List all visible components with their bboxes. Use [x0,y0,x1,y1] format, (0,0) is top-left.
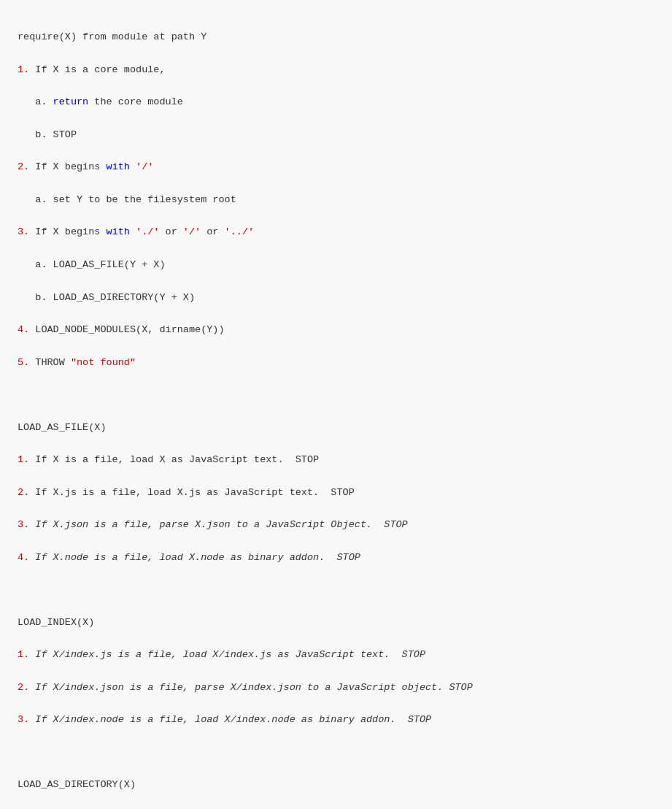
laf-4: 4. If X.node is a file, load X.node as b… [18,550,654,566]
line-3b: b. LOAD_AS_DIRECTORY(Y + X) [18,290,654,306]
section-load-as-file: LOAD_AS_FILE(X) [18,420,654,436]
laf-3: 3. If X.json is a file, parse X.json to … [18,517,654,533]
line-3: 3. If X begins with './' or '/' or '../' [18,224,654,240]
line-header: require(X) from module at path Y [18,29,654,45]
code-content: require(X) from module at path Y 1. If X… [18,13,654,809]
li-3: 3. If X/index.node is a file, load X/ind… [18,712,654,728]
line-2: 2. If X begins with '/' [18,159,654,175]
laf-1: 1. If X is a file, load X as JavaScript … [18,452,654,468]
line-2a: a. set Y to be the filesystem root [18,192,654,208]
section-load-as-dir: LOAD_AS_DIRECTORY(X) [18,777,654,793]
section-load-index: LOAD_INDEX(X) [18,615,654,631]
line-3a: a. LOAD_AS_FILE(Y + X) [18,257,654,273]
line-1: 1. If X is a core module, [18,62,654,78]
li-1: 1. If X/index.js is a file, load X/index… [18,647,654,663]
line-1a: a. return the core module [18,94,654,110]
blank2 [18,582,654,598]
li-2: 2. If X/index.json is a file, parse X/in… [18,680,654,696]
line-1b: b. STOP [18,127,654,143]
line-4: 4. LOAD_NODE_MODULES(X, dirname(Y)) [18,322,654,338]
line-5: 5. THROW "not found" [18,355,654,371]
laf-2: 2. If X.js is a file, load X.js as JavaS… [18,485,654,501]
blank1 [18,387,654,403]
blank3 [18,745,654,761]
